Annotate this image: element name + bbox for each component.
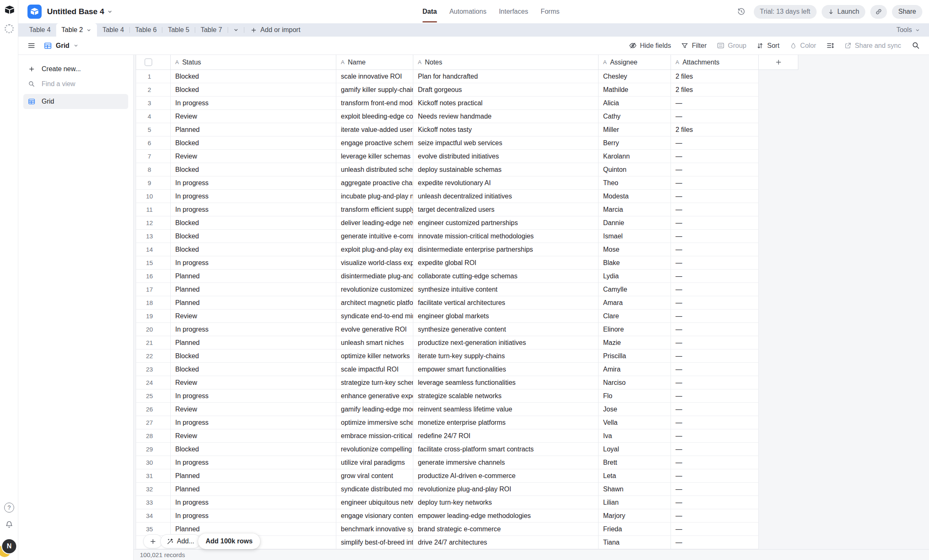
cell-attachments[interactable]: — xyxy=(671,230,759,243)
row-number[interactable]: 21 xyxy=(136,336,171,349)
cell-status[interactable]: Review xyxy=(171,403,336,416)
cell-attachments[interactable]: — xyxy=(671,456,759,469)
cell-assignee[interactable]: Marcia xyxy=(599,203,671,216)
cell-notes[interactable]: deploy turn-key networks xyxy=(413,496,599,509)
views-sidebar-toggle-icon[interactable] xyxy=(27,42,35,50)
row-number[interactable]: 6 xyxy=(136,136,171,150)
cell-assignee[interactable]: Clare xyxy=(599,310,671,323)
row-number[interactable]: 20 xyxy=(136,323,171,336)
row-number[interactable]: 7 xyxy=(136,150,171,163)
cell-assignee[interactable]: Brett xyxy=(599,456,671,469)
cell-notes[interactable]: Kickoff notes practical xyxy=(413,97,599,110)
cell-assignee[interactable]: Berry xyxy=(599,136,671,150)
cell-status[interactable]: In progress xyxy=(171,416,336,429)
cell-notes[interactable]: synthesize intuitive content xyxy=(413,283,599,296)
cell-status[interactable]: Blocked xyxy=(171,70,336,83)
copy-link-icon[interactable] xyxy=(870,5,887,19)
group-button[interactable]: Group xyxy=(717,42,746,50)
cell-notes[interactable]: monetize enterprise platforms xyxy=(413,416,599,429)
cell-notes[interactable]: strategize scalable networks xyxy=(413,389,599,403)
cell-assignee[interactable]: Karolann xyxy=(599,150,671,163)
cell-attachments[interactable]: — xyxy=(671,363,759,376)
cell-notes[interactable]: leverage seamless functionalities xyxy=(413,376,599,389)
cell-name[interactable]: visualize world-class expe... xyxy=(336,256,413,270)
cell-assignee[interactable]: Frieda xyxy=(599,523,671,536)
row-number[interactable]: 19 xyxy=(136,310,171,323)
create-new-view-button[interactable]: Create new... xyxy=(23,62,128,77)
cell-name[interactable]: optimize killer networks xyxy=(336,349,413,363)
cell-attachments[interactable]: — xyxy=(671,243,759,256)
cell-name[interactable]: utilize viral paradigms xyxy=(336,456,413,469)
cell-name[interactable]: revolutionize customized ... xyxy=(336,283,413,296)
cell-status[interactable]: In progress xyxy=(171,176,336,190)
cell-name[interactable]: strategize turn-key schem... xyxy=(336,376,413,389)
cell-notes[interactable]: expedite global ROI xyxy=(413,256,599,270)
cell-status[interactable]: Blocked xyxy=(171,83,336,97)
cell-notes[interactable]: generate immersive channels xyxy=(413,456,599,469)
sort-button[interactable]: Sort xyxy=(756,42,779,50)
cell-attachments[interactable]: — xyxy=(671,403,759,416)
cell-assignee[interactable]: Amira xyxy=(599,363,671,376)
cell-status[interactable]: In progress xyxy=(171,509,336,523)
cell-attachments[interactable]: 2 files xyxy=(671,70,759,83)
cell-notes[interactable]: deploy sustainable schemas xyxy=(413,163,599,176)
cell-notes[interactable]: engineer global markets xyxy=(413,310,599,323)
cell-status[interactable]: In progress xyxy=(171,389,336,403)
help-icon[interactable]: ? xyxy=(4,503,14,513)
base-logo-icon[interactable] xyxy=(27,5,42,19)
row-number[interactable]: 34 xyxy=(136,509,171,523)
cell-name[interactable]: transform efficient supply... xyxy=(336,203,413,216)
cell-name[interactable]: engage proactive schemas xyxy=(336,136,413,150)
row-number[interactable]: 30 xyxy=(136,456,171,469)
cell-name[interactable]: aggregate proactive chan... xyxy=(336,176,413,190)
cell-status[interactable]: Planned xyxy=(171,270,336,283)
cell-assignee[interactable]: Cathy xyxy=(599,110,671,123)
cell-assignee[interactable]: Lilian xyxy=(599,496,671,509)
cell-notes[interactable]: revolutionize plug-and-play ROI xyxy=(413,483,599,496)
cell-notes[interactable]: facilitate vertical architectures xyxy=(413,296,599,310)
cell-attachments[interactable]: — xyxy=(671,110,759,123)
cell-name[interactable]: unleash smart niches xyxy=(336,336,413,349)
cell-name[interactable]: gamify leading-edge mod... xyxy=(336,403,413,416)
cell-notes[interactable]: facilitate cross-platform smart contract… xyxy=(413,443,599,456)
cell-attachments[interactable]: — xyxy=(671,323,759,336)
cell-assignee[interactable]: Alicia xyxy=(599,97,671,110)
row-height-button[interactable] xyxy=(826,42,834,50)
cell-attachments[interactable]: 2 files xyxy=(671,123,759,136)
cell-notes[interactable]: synthesize generative content xyxy=(413,323,599,336)
notifications-bell-icon[interactable] xyxy=(5,520,14,529)
cell-status[interactable]: Review xyxy=(171,150,336,163)
row-number[interactable]: 4 xyxy=(136,110,171,123)
cell-assignee[interactable]: Camylle xyxy=(599,283,671,296)
cell-name[interactable]: unleash distributed sche... xyxy=(336,163,413,176)
cell-attachments[interactable]: — xyxy=(671,416,759,429)
cell-name[interactable]: gamify killer supply-chains xyxy=(336,83,413,97)
cell-status[interactable]: In progress xyxy=(171,203,336,216)
cell-status[interactable]: Blocked xyxy=(171,363,336,376)
cell-status[interactable]: Blocked xyxy=(171,230,336,243)
cell-status[interactable]: Review xyxy=(171,110,336,123)
cell-assignee[interactable]: Priscilla xyxy=(599,349,671,363)
row-number[interactable]: 9 xyxy=(136,176,171,190)
cell-attachments[interactable]: — xyxy=(671,469,759,483)
cell-name[interactable]: simplify best-of-breed int... xyxy=(336,536,413,549)
cell-notes[interactable]: empower smart functionalities xyxy=(413,363,599,376)
row-number[interactable]: 22 xyxy=(136,349,171,363)
tools-menu[interactable]: Tools xyxy=(897,23,920,37)
base-title[interactable]: Untitled Base 4 xyxy=(47,7,104,16)
cell-assignee[interactable]: Jose xyxy=(599,403,671,416)
cell-assignee[interactable]: Theo xyxy=(599,176,671,190)
cell-assignee[interactable]: Quinton xyxy=(599,163,671,176)
tab-table-6[interactable]: Table 6 xyxy=(130,23,162,37)
cell-assignee[interactable]: Vella xyxy=(599,416,671,429)
cell-notes[interactable]: disintermediate enterprise partnerships xyxy=(413,243,599,256)
cell-status[interactable]: In progress xyxy=(171,323,336,336)
cell-attachments[interactable]: — xyxy=(671,203,759,216)
cell-assignee[interactable]: Mathilde xyxy=(599,83,671,97)
column-header-notes[interactable]: A Notes xyxy=(413,55,599,70)
cell-attachments[interactable]: — xyxy=(671,270,759,283)
cell-assignee[interactable]: Mazie xyxy=(599,336,671,349)
select-all-checkbox[interactable] xyxy=(144,58,152,66)
cell-status[interactable]: Review xyxy=(171,376,336,389)
row-number[interactable]: 24 xyxy=(136,376,171,389)
